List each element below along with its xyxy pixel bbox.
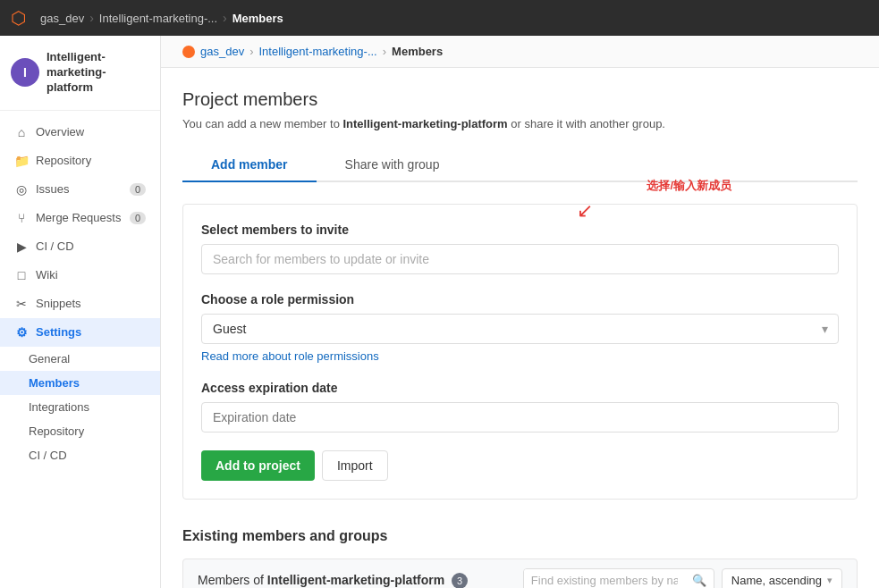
breadcrumb-sep-1: › — [89, 11, 94, 25]
sidebar-sub-ci-cd[interactable]: CI / CD — [0, 443, 160, 467]
existing-section-title: Existing members and groups — [182, 528, 858, 544]
expiration-date-label: Access expiration date — [201, 381, 839, 395]
sidebar-sub-members[interactable]: Members — [0, 371, 160, 395]
sidebar: I Intelligent-marketing-platform ⌂ Overv… — [0, 0, 161, 588]
sidebar-item-label: CI / CD — [36, 239, 74, 253]
sidebar-item-overview[interactable]: ⌂ Overview — [0, 118, 160, 147]
settings-icon: ⚙ — [14, 325, 29, 340]
page-title: Project members — [182, 89, 858, 110]
breadcrumb-sep2: › — [383, 45, 386, 58]
mr-badge: 0 — [130, 212, 146, 224]
breadcrumb: gas_dev › Intelligent-marketing-... › Me… — [161, 36, 879, 68]
add-to-project-button[interactable]: Add to project — [201, 450, 315, 481]
wiki-icon: □ — [14, 268, 29, 282]
sort-label: Name, ascending — [731, 574, 822, 587]
members-header-title: Members of Intelligent-marketing-platfor… — [198, 573, 468, 589]
members-count-badge: 3 — [452, 573, 468, 589]
breadcrumb-link-gasdev[interactable]: gas_dev — [200, 45, 244, 58]
members-name-search-input[interactable] — [524, 569, 685, 588]
top-nav-current: Members — [232, 12, 283, 25]
annotation-arrow: ↙ — [577, 199, 593, 223]
sidebar-item-label: Wiki — [36, 268, 58, 281]
sidebar-item-snippets[interactable]: ✂ Snippets — [0, 290, 160, 318]
sidebar-sub-general[interactable]: General — [0, 347, 160, 371]
merge-icon: ⑂ — [14, 211, 29, 225]
existing-members-section: Existing members and groups Members of I… — [182, 528, 858, 588]
role-permission-label: Choose a role permission — [201, 292, 839, 307]
sidebar-item-label: Issues — [36, 182, 70, 196]
issues-icon: ◎ — [14, 182, 29, 197]
members-search-icon[interactable]: 🔍 — [685, 569, 714, 588]
breadcrumb-sep: › — [249, 45, 253, 58]
sidebar-item-label: Snippets — [36, 297, 81, 310]
sidebar-item-repository[interactable]: 📁 Repository — [0, 147, 160, 175]
select-members-label: Select members to invite — [201, 223, 839, 237]
breadcrumb-sep-2: › — [223, 11, 227, 25]
sidebar-item-wiki[interactable]: □ Wiki — [0, 261, 160, 290]
sidebar-project-header: I Intelligent-marketing-platform — [0, 36, 160, 111]
gitlab-logo-icon: ⬡ — [11, 7, 26, 29]
avatar: I — [11, 58, 39, 87]
tab-add-member[interactable]: Add member — [182, 148, 317, 182]
sort-arrow-icon: ▾ — [827, 575, 833, 586]
read-more-link[interactable]: Read more about role permissions — [201, 349, 379, 363]
members-search-box[interactable]: 🔍 — [523, 568, 714, 588]
repository-icon: 📁 — [14, 154, 29, 168]
role-permission-select[interactable]: Guest Reporter Developer Maintainer Owne… — [201, 314, 839, 344]
sidebar-item-merge-requests[interactable]: ⑂ Merge Requests 0 — [0, 204, 160, 232]
issues-badge: 0 — [130, 183, 146, 196]
annotation-text: 选择/输入新成员 — [647, 178, 731, 194]
sidebar-item-settings[interactable]: ⚙ Settings — [0, 318, 160, 347]
sidebar-item-label: Repository — [36, 154, 91, 167]
sidebar-item-issues[interactable]: ◎ Issues 0 — [0, 175, 160, 204]
home-icon: ⌂ — [14, 125, 29, 139]
add-member-form: 选择/输入新成员 ↙ Select members to invite Choo… — [182, 204, 858, 500]
sidebar-item-label: Overview — [36, 125, 84, 139]
top-bar: ⬡ gas_dev › Intelligent-marketing-... › … — [0, 0, 879, 36]
sidebar-item-ci-cd[interactable]: ▶ CI / CD — [0, 232, 160, 261]
snippets-icon: ✂ — [14, 297, 29, 311]
breadcrumb-link-project[interactable]: Intelligent-marketing-... — [259, 45, 377, 58]
tab-share-with-group[interactable]: Share with group — [317, 148, 469, 182]
top-nav-link[interactable]: gas_dev — [40, 12, 84, 25]
tab-bar: Add member Share with group — [182, 148, 858, 182]
breadcrumb-logo-icon — [182, 46, 195, 58]
members-controls: 🔍 Name, ascending ▾ — [523, 568, 842, 588]
import-button[interactable]: Import — [322, 450, 388, 481]
members-search-input[interactable] — [201, 244, 839, 274]
ci-icon: ▶ — [14, 239, 29, 254]
main-content: gas_dev › Intelligent-marketing-... › Me… — [161, 0, 879, 588]
members-sort-dropdown[interactable]: Name, ascending ▾ — [722, 568, 842, 588]
members-header: Members of Intelligent-marketing-platfor… — [182, 559, 858, 588]
breadcrumb-current: Members — [392, 45, 443, 58]
sidebar-item-label: Settings — [36, 325, 81, 339]
sidebar-sub-integrations[interactable]: Integrations — [0, 395, 160, 419]
expiration-date-input[interactable] — [201, 402, 839, 433]
sidebar-sub-repository[interactable]: Repository — [0, 419, 160, 443]
top-nav-project[interactable]: Intelligent-marketing-... — [99, 12, 217, 25]
sidebar-project-name: Intelligent-marketing-platform — [46, 50, 149, 96]
page-description: You can add a new member to Intelligent-… — [182, 117, 858, 130]
sidebar-item-label: Merge Requests — [36, 211, 121, 224]
